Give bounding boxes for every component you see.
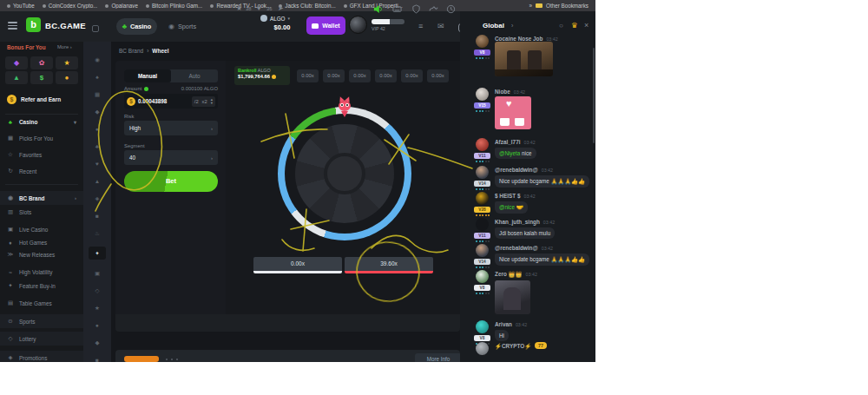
sidebar-item-bc-brand[interactable]: ◉ BC Brand›	[0, 191, 83, 205]
browser-tab[interactable]: CoinCodex Crypto...	[43, 3, 98, 9]
rail-icon-active[interactable]: ✦	[89, 247, 106, 260]
rail-icon[interactable]: ▣	[94, 269, 102, 277]
rail-icon[interactable]: ♠	[94, 73, 102, 81]
more-info-button[interactable]: More Info	[415, 353, 462, 362]
half-button[interactable]: /2	[194, 99, 199, 104]
history-chip[interactable]: 0.00x	[349, 69, 371, 82]
bet-button[interactable]: Bet	[124, 171, 218, 192]
avatar[interactable]	[476, 35, 489, 48]
sidebar-item-picks[interactable]: ▦Picks For You	[0, 131, 83, 145]
risk-select[interactable]: High ›	[124, 121, 218, 135]
history-icon[interactable]	[446, 4, 456, 14]
rail-icon[interactable]: ◈	[94, 194, 102, 202]
refer-and-earn[interactable]: $ Refer and Earn	[7, 95, 61, 104]
browser-tab[interactable]: Opalanave	[105, 3, 137, 9]
rail-icon[interactable]: ♣	[94, 142, 102, 150]
history-chip[interactable]: 0.00x	[427, 69, 449, 82]
bonus-tile-star[interactable]: ★	[56, 56, 78, 69]
amount-input[interactable]: $ 0.00043898 /2 x2 ▴▾	[124, 94, 218, 109]
quick-menu-icon[interactable]: ≡	[418, 22, 423, 30]
close-chat-icon[interactable]: ×	[584, 21, 589, 30]
trophy-icon[interactable]: ♛	[571, 21, 578, 30]
wallet-button[interactable]: Wallet	[306, 16, 345, 35]
history-chip[interactable]: 0.00x	[401, 69, 423, 82]
history-chip[interactable]: 0.00x	[323, 69, 345, 82]
heart-icon[interactable]: ♥	[257, 4, 261, 12]
avatar[interactable]	[476, 166, 489, 179]
currency-selector[interactable]: ALGO ▾ $0.00	[260, 15, 304, 38]
browser-tab[interactable]: Jacks Club: Bitcoin...	[279, 3, 335, 9]
sidebar-pin-icon[interactable]	[92, 25, 99, 32]
inbox-icon[interactable]: ✉	[437, 22, 444, 30]
double-button[interactable]: x2	[202, 99, 207, 104]
rail-icon[interactable]: ■	[94, 356, 102, 362]
rail-icon[interactable]: ●	[94, 125, 102, 133]
menu-icon[interactable]	[8, 22, 17, 30]
live-stats-icon[interactable]	[429, 4, 438, 14]
user-avatar[interactable]	[349, 16, 367, 34]
sidebar-item-recent[interactable]: ↻Recent	[0, 164, 83, 178]
sidebar-item-live-casino[interactable]: ▣Live Casino	[0, 222, 83, 236]
avatar[interactable]	[476, 320, 489, 333]
rail-icon[interactable]: ◇	[94, 286, 102, 294]
bcgame-logo-icon[interactable]: b	[26, 17, 41, 32]
sidebar-item-sports[interactable]: ⊙Sports	[0, 314, 83, 328]
star-icon[interactable]: ★	[236, 4, 242, 12]
rail-icon[interactable]: ♨	[94, 229, 102, 237]
sidebar-item-high-volatility[interactable]: ≈High Volatility	[0, 265, 83, 279]
amount-stepper[interactable]: ▴▾	[211, 98, 213, 105]
browser-tab[interactable]: YouTube	[7, 3, 35, 9]
avatar[interactable]	[476, 342, 489, 355]
sidebar-item-feature-buyin[interactable]: ✦Feature Buy-in	[0, 279, 83, 293]
rail-icon[interactable]: ★	[94, 304, 102, 312]
tab-manual[interactable]: Manual	[124, 69, 171, 82]
avatar[interactable]	[476, 270, 489, 283]
other-bookmarks[interactable]: Other Bookmarks	[546, 3, 589, 9]
sidebar-item-casino[interactable]: ♣ Casino▾	[0, 115, 83, 128]
fairness-icon[interactable]	[411, 4, 421, 14]
breadcrumb-root[interactable]: BC Brand	[119, 48, 143, 54]
avatar[interactable]	[476, 192, 489, 205]
rail-icon[interactable]: ■	[94, 212, 102, 220]
segment-select[interactable]: 40 ›	[124, 150, 218, 165]
chat-scrollbar[interactable]	[593, 48, 595, 143]
sidebar-item-promotions[interactable]: ◈Promotions	[0, 351, 83, 362]
rail-icon[interactable]: ▲	[94, 177, 102, 185]
sidebar-item-favorites[interactable]: ☆Favorites	[0, 148, 83, 161]
sidebar-item-new-releases[interactable]: ≫New Releases	[0, 247, 83, 261]
avatar[interactable]	[476, 88, 489, 101]
nav-tab-casino[interactable]: ♣ Casino	[116, 18, 157, 35]
sound-icon[interactable]	[373, 4, 383, 14]
avatar[interactable]	[476, 138, 489, 151]
browser-tab[interactable]: Bitcoin Plinko Gam...	[146, 3, 202, 9]
sidebar-item-lottery[interactable]: ◇Lottery	[0, 332, 83, 346]
vip-progress[interactable]: VIP 42	[372, 19, 406, 31]
rail-icon[interactable]: ◆	[94, 108, 102, 115]
rail-icon[interactable]: ●	[94, 321, 102, 329]
rail-icon[interactable]: ◉	[94, 56, 102, 63]
share-icon[interactable]: ➤	[278, 4, 284, 12]
avatar[interactable]	[476, 244, 489, 257]
hotkeys-icon[interactable]	[392, 4, 402, 14]
rail-icon[interactable]: ♥	[94, 160, 102, 168]
chat-rules-icon[interactable]: ○	[559, 22, 563, 30]
info-icon[interactable]	[144, 87, 148, 91]
history-chip[interactable]: 0.00x	[375, 69, 397, 82]
bookmarks-overflow-icon[interactable]: »	[529, 3, 532, 9]
avatar[interactable]	[476, 218, 489, 231]
sidebar-item-table-games[interactable]: ▤Table Games	[0, 296, 83, 310]
bcgame-logo[interactable]: BC.GAME	[45, 21, 86, 30]
sidebar-item-slots[interactable]: ▥Slots	[0, 205, 83, 219]
nav-tab-sports[interactable]: ◉ Sports	[162, 18, 202, 35]
chat-room-selector[interactable]: Global	[483, 22, 504, 30]
bonus-tile-bell[interactable]: ●	[56, 71, 78, 84]
history-chip[interactable]: 0.00x	[297, 69, 319, 82]
bonus-tile-gem[interactable]: ◆	[5, 56, 28, 69]
bonus-tile-plant[interactable]: ▲	[5, 71, 28, 84]
provider-tag[interactable]	[124, 356, 159, 362]
bonus-more-link[interactable]: More ›	[57, 44, 72, 49]
rail-icon[interactable]: ▦	[94, 90, 102, 98]
tab-auto[interactable]: Auto	[171, 69, 218, 82]
bonus-tile-egg[interactable]: ✿	[30, 56, 53, 69]
rail-icon[interactable]: ◆	[94, 339, 102, 346]
